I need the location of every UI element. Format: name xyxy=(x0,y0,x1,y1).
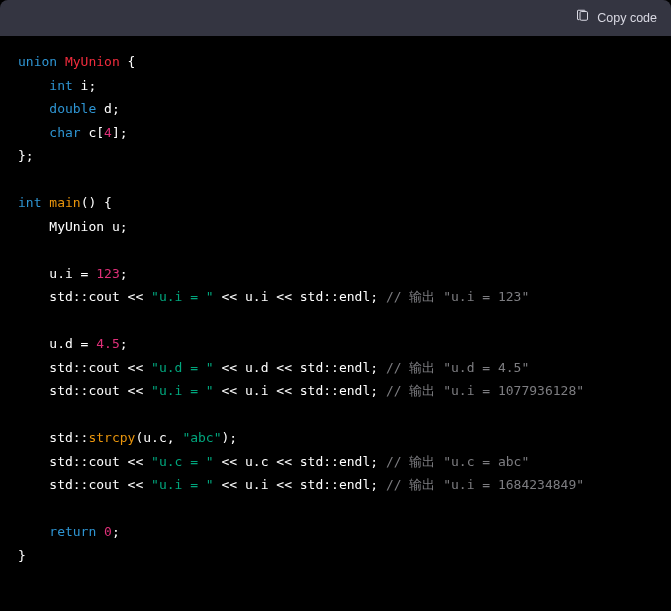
comment: // 输出 "u.i = 123" xyxy=(386,289,529,304)
number: 4 xyxy=(104,125,112,140)
code-text: }; xyxy=(18,148,34,163)
code-text: << u.d << std::endl; xyxy=(214,360,386,375)
keyword: char xyxy=(49,125,80,140)
code-text: MyUnion u; xyxy=(18,219,128,234)
number: 123 xyxy=(96,266,119,281)
code-text xyxy=(96,524,104,539)
string: "u.d = " xyxy=(151,360,214,375)
code-text: std::cout << xyxy=(18,383,151,398)
keyword: int xyxy=(18,195,41,210)
code-text: u.i = xyxy=(18,266,96,281)
code-text: } xyxy=(18,548,26,563)
code-text: ; xyxy=(120,266,128,281)
svg-rect-0 xyxy=(580,12,588,21)
copy-code-button[interactable]: Copy code xyxy=(575,9,657,27)
string: "abc" xyxy=(182,430,221,445)
string: "u.i = " xyxy=(151,477,214,492)
code-text: c[ xyxy=(81,125,104,140)
class-name: MyUnion xyxy=(65,54,120,69)
code-text: << u.i << std::endl; xyxy=(214,289,386,304)
keyword: double xyxy=(49,101,96,116)
string: "u.i = " xyxy=(151,383,214,398)
code-text: ); xyxy=(222,430,238,445)
code-block-container: Copy code union MyUnion { int i; double … xyxy=(0,0,671,611)
code-text: { xyxy=(120,54,136,69)
comment: // 输出 "u.i = 1077936128" xyxy=(386,383,584,398)
code-text: () { xyxy=(81,195,112,210)
code-text: std::cout << xyxy=(18,454,151,469)
number: 0 xyxy=(104,524,112,539)
function-name: strcpy xyxy=(88,430,135,445)
code-text: std::cout << xyxy=(18,360,151,375)
keyword: int xyxy=(49,78,72,93)
code-text: ]; xyxy=(112,125,128,140)
comment: // 输出 "u.c = abc" xyxy=(386,454,529,469)
code-text: (u.c, xyxy=(135,430,182,445)
code-text: u.d = xyxy=(18,336,96,351)
function-name: main xyxy=(49,195,80,210)
copy-code-label: Copy code xyxy=(597,11,657,25)
string: "u.c = " xyxy=(151,454,214,469)
code-text: i; xyxy=(73,78,96,93)
comment: // 输出 "u.d = 4.5" xyxy=(386,360,529,375)
code-text: std::cout << xyxy=(18,477,151,492)
code-text: std:: xyxy=(18,430,88,445)
code-text: << u.i << std::endl; xyxy=(214,477,386,492)
number: 4.5 xyxy=(96,336,119,351)
string: "u.i = " xyxy=(151,289,214,304)
code-area: union MyUnion { int i; double d; char c[… xyxy=(0,36,671,611)
code-text: << u.i << std::endl; xyxy=(214,383,386,398)
code-text: d; xyxy=(96,101,119,116)
keyword: union xyxy=(18,54,57,69)
code-header: Copy code xyxy=(0,0,671,36)
clipboard-icon xyxy=(575,9,590,27)
code-text: << u.c << std::endl; xyxy=(214,454,386,469)
code-text: std::cout << xyxy=(18,289,151,304)
keyword: return xyxy=(49,524,96,539)
code-text: ; xyxy=(112,524,120,539)
code-content: union MyUnion { int i; double d; char c[… xyxy=(18,50,653,567)
code-text: ; xyxy=(120,336,128,351)
comment: // 输出 "u.i = 1684234849" xyxy=(386,477,584,492)
